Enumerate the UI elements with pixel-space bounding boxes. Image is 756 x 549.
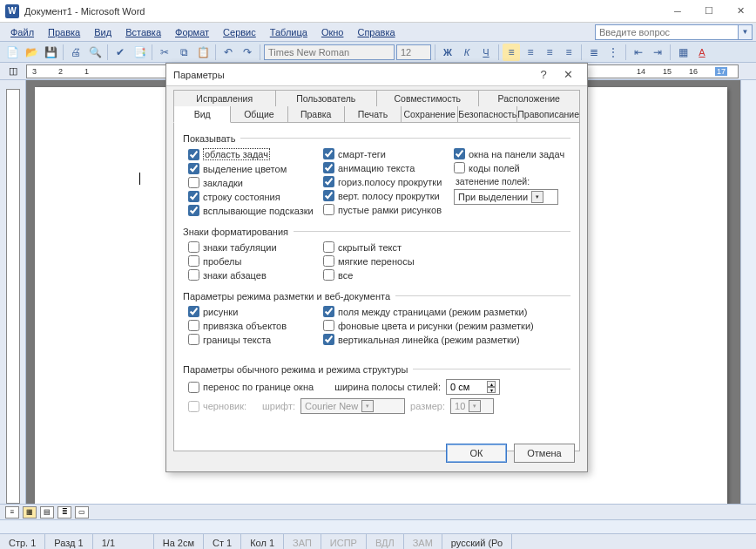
research-button[interactable]: 📑 [131, 44, 148, 61]
status-line[interactable]: Ст 1 [204, 534, 241, 549]
chk-textbounds[interactable]: границы текста [188, 334, 313, 345]
maximize-button[interactable]: ☐ [693, 0, 725, 23]
italic-button[interactable]: К [458, 44, 476, 61]
status-ovr[interactable]: ЗАМ [404, 534, 442, 549]
help-icon[interactable]: ? [531, 65, 556, 85]
font-size-combo[interactable]: 12 [396, 44, 431, 60]
font-combo[interactable]: Times New Roman [264, 44, 395, 60]
new-doc-button[interactable]: 📄 [3, 44, 21, 61]
chk-placeholders[interactable]: пустые рамки рисунков [323, 204, 443, 215]
chk-all[interactable]: все [323, 269, 415, 281]
chk-bgcolors[interactable]: фоновые цвета и рисунки (режим разметки) [323, 320, 534, 331]
tab-location[interactable]: Расположение [479, 90, 581, 106]
align-right-button[interactable]: ≡ [541, 44, 558, 61]
menu-format[interactable]: Формат [168, 25, 216, 39]
bold-button[interactable]: Ж [439, 44, 456, 61]
cancel-button[interactable]: Отмена [514, 444, 575, 463]
draft-size-combo[interactable]: 10▾ [450, 398, 494, 414]
borders-button[interactable]: ▦ [674, 44, 692, 61]
preview-button[interactable]: 🔍 [86, 44, 104, 61]
print-button[interactable]: 🖨 [67, 44, 84, 61]
menu-file[interactable]: Файл [3, 25, 41, 39]
dialog-titlebar[interactable]: Параметры ? ✕ [166, 64, 587, 86]
align-center-button[interactable]: ≡ [522, 44, 539, 61]
chk-statusbar[interactable]: строку состояния [188, 191, 313, 202]
open-button[interactable]: 📂 [23, 44, 40, 61]
menu-table[interactable]: Таблица [263, 25, 314, 39]
print-layout-view-button[interactable]: ▤ [40, 506, 54, 518]
tab-save[interactable]: Сохранение [402, 106, 458, 122]
chk-hscroll[interactable]: гориз.полосу прокрутки [323, 176, 443, 187]
chk-bookmarks[interactable]: закладки [188, 177, 313, 188]
tab-print[interactable]: Печать [345, 106, 402, 122]
font-color-button[interactable]: A [693, 44, 711, 61]
spellcheck-button[interactable]: ✔ [111, 44, 129, 61]
ruler-corner-icon[interactable]: ◫ [0, 63, 26, 80]
copy-button[interactable]: ⧉ [175, 44, 192, 61]
status-at[interactable]: На 2см [154, 534, 204, 549]
save-button[interactable]: 💾 [42, 44, 59, 61]
menu-insert[interactable]: Вставка [118, 25, 168, 39]
chk-smarttags[interactable]: смарт-теги [323, 148, 443, 159]
tab-compat[interactable]: Совместимость [377, 90, 479, 106]
tab-corrections[interactable]: Исправления [173, 90, 276, 106]
tab-view[interactable]: Вид [173, 106, 231, 123]
chk-paragraphs[interactable]: знаки абзацев [188, 269, 313, 281]
status-page[interactable]: Стр. 1 [0, 534, 45, 549]
align-justify-button[interactable]: ≡ [560, 44, 577, 61]
chk-vruler[interactable]: вертикальная линейка (режим разметки) [323, 334, 534, 345]
status-ext[interactable]: ВДЛ [367, 534, 404, 549]
chk-fieldcodes[interactable]: коды полей [454, 162, 564, 173]
status-section[interactable]: Разд 1 [45, 534, 92, 549]
chk-animation[interactable]: анимацию текста [323, 162, 443, 173]
decrease-indent-button[interactable]: ⇤ [630, 44, 647, 61]
shade-fields-combo[interactable]: При выделении▾ [454, 189, 558, 205]
redo-button[interactable]: ↷ [239, 44, 256, 61]
menu-help[interactable]: Справка [350, 25, 402, 39]
vertical-scrollbar[interactable] [740, 80, 756, 504]
dialog-close-button[interactable]: ✕ [556, 65, 580, 85]
chk-taskbar-windows[interactable]: окна на панели задач [454, 148, 564, 159]
cut-button[interactable]: ✂ [156, 44, 173, 61]
tab-spelling[interactable]: Правописание [517, 106, 580, 122]
paste-button[interactable]: 📋 [194, 44, 212, 61]
draft-font-combo[interactable]: Courier New▾ [300, 398, 405, 414]
menu-view[interactable]: Вид [87, 25, 118, 39]
minimize-button[interactable]: ─ [662, 0, 693, 23]
style-width-spinner[interactable]: 0 см▴▾ [446, 379, 500, 395]
tab-user[interactable]: Пользователь [276, 90, 378, 106]
undo-button[interactable]: ↶ [219, 44, 237, 61]
reading-view-button[interactable]: ▭ [75, 506, 89, 518]
chk-drawings[interactable]: рисунки [188, 306, 313, 317]
menu-tools[interactable]: Сервис [216, 25, 263, 39]
outline-view-button[interactable]: ≣ [57, 506, 71, 518]
menu-edit[interactable]: Правка [41, 25, 87, 39]
underline-button[interactable]: Ч [477, 44, 495, 61]
vertical-ruler[interactable] [0, 80, 26, 504]
web-view-button[interactable]: ▦ [23, 506, 37, 518]
numbered-list-button[interactable]: ≣ [585, 44, 603, 61]
ok-button[interactable]: ОК [446, 444, 507, 463]
tab-edit[interactable]: Правка [288, 106, 345, 122]
normal-view-button[interactable]: ≡ [5, 506, 19, 518]
chk-vscroll[interactable]: верт. полосу прокрутки [323, 190, 443, 201]
status-lang[interactable]: русский (Ро [442, 534, 512, 549]
tab-general[interactable]: Общие [231, 106, 287, 122]
close-button[interactable]: ✕ [725, 0, 756, 23]
horizontal-scrollbar[interactable] [0, 519, 756, 533]
increase-indent-button[interactable]: ⇥ [649, 44, 666, 61]
chk-tabs[interactable]: знаки табуляции [188, 241, 313, 253]
chk-highlight[interactable]: выделение цветом [188, 163, 313, 174]
chk-draft[interactable]: черновик: [188, 401, 246, 412]
chk-tooltips[interactable]: всплывающие подсказки [188, 205, 313, 216]
chk-wrap[interactable]: перенос по границе окна [188, 382, 314, 393]
help-question-input[interactable] [595, 24, 739, 40]
menu-window[interactable]: Окно [314, 25, 351, 39]
bulleted-list-button[interactable]: ⋮ [604, 44, 622, 61]
chk-taskpane[interactable]: область задач [188, 148, 313, 160]
status-trk[interactable]: ИСПР [321, 534, 367, 549]
align-left-button[interactable]: ≡ [503, 44, 520, 61]
status-pages[interactable]: 1/1 [93, 534, 154, 549]
status-col[interactable]: Кол 1 [241, 534, 284, 549]
tab-security[interactable]: Безопасность [458, 106, 517, 122]
